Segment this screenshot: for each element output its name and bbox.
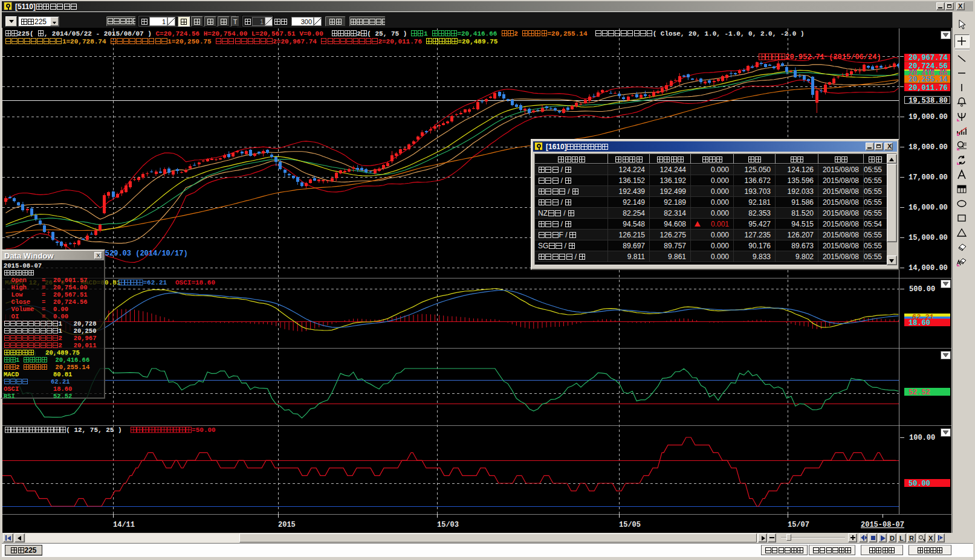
svg-text:20,255.14: 20,255.14 <box>909 76 948 84</box>
svg-text:100.00: 100.00 <box>909 434 935 442</box>
svg-text:2015-08-07: 2015-08-07 <box>861 521 904 529</box>
svg-text:=50.00: =50.00 <box>192 426 216 434</box>
svg-text:16,000.00: 16,000.00 <box>909 204 948 212</box>
svg-text:20,952.71 (2015/06/24): 20,952.71 (2015/06/24) <box>785 53 881 62</box>
svg-text:18.60: 18.60 <box>909 319 930 327</box>
svg-text:20,967.74: 20,967.74 <box>909 54 948 62</box>
svg-text:19,000.00: 19,000.00 <box>909 113 948 121</box>
svg-text:18,000.00: 18,000.00 <box>909 143 948 152</box>
svg-text:15/05: 15/05 <box>619 521 641 529</box>
svg-text:15/07: 15/07 <box>788 521 809 529</box>
svg-text:14/11: 14/11 <box>113 521 135 529</box>
svg-text:( 12, 75, 25 ): ( 12, 75, 25 ) <box>66 426 121 434</box>
svg-text:19,538.80: 19,538.80 <box>909 97 948 105</box>
svg-text:50.00: 50.00 <box>909 480 930 488</box>
svg-text:15,000.00: 15,000.00 <box>909 234 948 242</box>
svg-text:=62.21: =62.21 <box>143 279 167 286</box>
svg-text:15/03: 15/03 <box>437 521 459 529</box>
svg-text:2015: 2015 <box>278 521 296 529</box>
svg-text:20,011.76: 20,011.76 <box>909 84 948 92</box>
svg-text:14,000.00: 14,000.00 <box>909 264 948 272</box>
svg-text:14,529.03 (2014/10/17): 14,529.03 (2014/10/17) <box>92 249 187 258</box>
svg-text:20,724.56: 20,724.56 <box>909 62 948 71</box>
svg-text:52.52: 52.52 <box>909 388 930 397</box>
svg-text:17,000.00: 17,000.00 <box>909 173 948 182</box>
svg-text:500.00: 500.00 <box>909 285 935 294</box>
svg-text:OSCI=18.60: OSCI=18.60 <box>175 279 215 286</box>
